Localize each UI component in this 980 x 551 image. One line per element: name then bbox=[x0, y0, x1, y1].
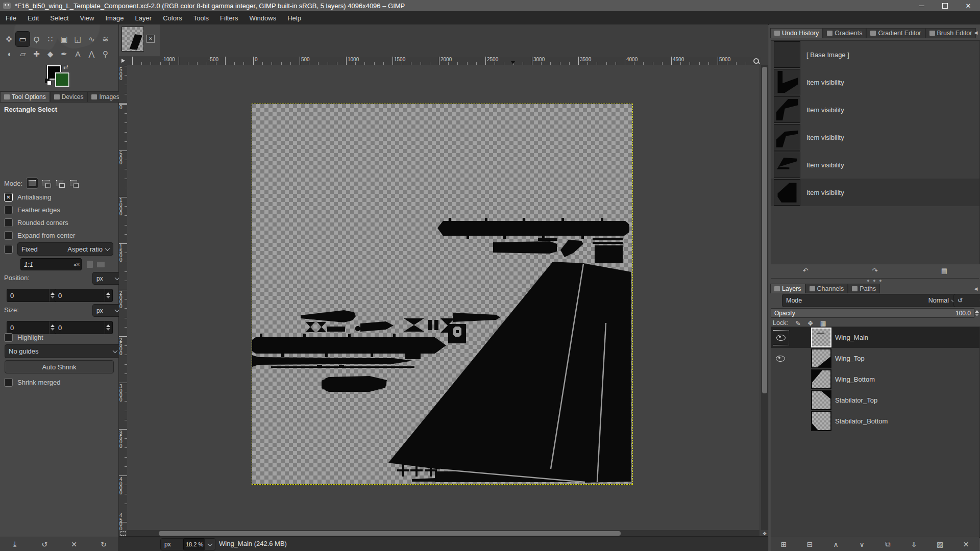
delete-tool-preset-button[interactable]: ✕ bbox=[66, 539, 82, 550]
menu-item[interactable]: Colors bbox=[157, 11, 188, 24]
menu-item[interactable]: File bbox=[0, 11, 22, 24]
transform-tool[interactable]: ◱ bbox=[71, 32, 85, 46]
mode-intersect-button[interactable] bbox=[68, 178, 79, 188]
layer-row[interactable]: Wing_Main bbox=[771, 327, 979, 348]
new-layer-group-button[interactable]: ⊟ bbox=[802, 539, 818, 550]
undo-history-row[interactable]: Item visibility bbox=[771, 68, 979, 96]
menu-item[interactable]: Image bbox=[100, 11, 129, 24]
zoom-follow-window-button[interactable] bbox=[752, 57, 761, 65]
visibility-toggle[interactable] bbox=[773, 352, 788, 366]
vertical-ruler[interactable]: 500050010001500200025003000350040004500 bbox=[119, 65, 128, 530]
layer-row[interactable]: Wing_Bottom bbox=[771, 369, 979, 390]
vertical-scrollbar[interactable] bbox=[761, 65, 768, 530]
undo-history-row[interactable]: Item visibility bbox=[771, 123, 979, 151]
free-select-tool[interactable]: Ϙ bbox=[30, 32, 43, 46]
undo-history-row[interactable]: [ Base Image ] bbox=[771, 41, 979, 68]
lower-layer-button[interactable]: ∨ bbox=[854, 539, 870, 550]
redo-button[interactable]: ↷ bbox=[867, 265, 883, 277]
merge-down-button[interactable]: ⇩ bbox=[906, 539, 922, 550]
horizontal-ruler[interactable]: -1000-5000500100015002000250030003500400… bbox=[127, 57, 759, 65]
rounded-corners-checkbox[interactable] bbox=[4, 218, 13, 227]
clear-history-button[interactable]: ▤ bbox=[937, 265, 952, 277]
delete-layer-button[interactable]: ✕ bbox=[959, 539, 974, 550]
tab-layers[interactable]: Layers bbox=[770, 284, 805, 293]
expand-from-center-checkbox[interactable] bbox=[4, 231, 13, 240]
reset-colors-icon[interactable] bbox=[45, 79, 50, 83]
feather-edges-checkbox[interactable] bbox=[4, 206, 13, 214]
vertical-scrollbar-thumb[interactable] bbox=[762, 67, 767, 393]
layers-dock-menu-button[interactable]: ◀ bbox=[973, 286, 979, 292]
fixed-checkbox[interactable] bbox=[4, 245, 13, 254]
warp-tool[interactable]: ≋ bbox=[99, 32, 112, 46]
visibility-toggle[interactable] bbox=[773, 393, 788, 408]
eraser-tool[interactable]: ▱ bbox=[16, 46, 30, 61]
close-image-icon[interactable]: ✕ bbox=[146, 35, 155, 43]
swap-colors-icon[interactable]: ⇄ bbox=[63, 63, 68, 70]
visibility-toggle[interactable] bbox=[773, 414, 788, 429]
gradient-tool[interactable]: ◖ bbox=[2, 46, 16, 61]
lock-pixels-icon[interactable]: ✎ bbox=[795, 319, 800, 327]
horizontal-scrollbar-thumb[interactable] bbox=[159, 531, 621, 536]
fixed-aspect-combo[interactable]: Fixed Aspect ratio bbox=[17, 242, 113, 256]
select-by-color-tool[interactable]: ∷ bbox=[43, 32, 57, 46]
background-color-swatch[interactable] bbox=[55, 72, 69, 87]
opacity-spinner[interactable] bbox=[974, 308, 980, 318]
zoom-level-input[interactable]: 18.2 % bbox=[183, 538, 207, 550]
raise-layer-button[interactable]: ∧ bbox=[828, 539, 844, 550]
undo-history-row[interactable]: Item visibility bbox=[771, 96, 979, 123]
undo-history-row[interactable]: Item visibility bbox=[771, 151, 979, 179]
landscape-orientation-icon[interactable] bbox=[97, 262, 105, 267]
size-unit-combo[interactable]: px bbox=[92, 304, 123, 317]
auto-shrink-button[interactable]: Auto Shrink bbox=[5, 360, 114, 373]
minimize-button[interactable] bbox=[910, 0, 933, 11]
menu-item[interactable]: Select bbox=[44, 11, 74, 24]
new-layer-button[interactable]: ⊞ bbox=[776, 539, 792, 550]
menu-item[interactable]: Layer bbox=[130, 11, 158, 24]
position-y-input[interactable]: 0 bbox=[55, 289, 113, 302]
tab-gradients[interactable]: Gradients bbox=[823, 28, 866, 38]
tab-gradient-editor[interactable]: Gradient Editor bbox=[866, 28, 925, 38]
shrink-merged-checkbox[interactable] bbox=[4, 378, 13, 387]
add-mask-button[interactable]: ▨ bbox=[933, 539, 948, 550]
menu-item[interactable]: Edit bbox=[22, 11, 44, 24]
layer-mode-combo[interactable]: Mode Normal bbox=[782, 294, 960, 307]
save-tool-preset-button[interactable]: ⤓ bbox=[7, 539, 22, 550]
rectangle-select-tool[interactable]: ▭ bbox=[16, 32, 30, 46]
undo-button[interactable]: ↶ bbox=[798, 265, 813, 277]
restore-button[interactable] bbox=[933, 0, 957, 11]
clear-aspect-icon[interactable]: ◂✕ bbox=[74, 262, 80, 267]
smudge-tool[interactable]: ◆ bbox=[43, 46, 57, 61]
paths-tool[interactable]: ∿ bbox=[85, 32, 99, 46]
image-tab[interactable]: ✕ bbox=[119, 24, 160, 56]
menu-item[interactable]: Filters bbox=[214, 11, 243, 24]
menu-item[interactable]: Help bbox=[282, 11, 307, 24]
tab-devices[interactable]: Devices bbox=[50, 91, 88, 102]
undo-history-row[interactable]: Item visibility bbox=[771, 179, 979, 206]
position-unit-combo[interactable]: px bbox=[92, 272, 123, 285]
ink-tool[interactable]: ✒ bbox=[57, 46, 71, 61]
visibility-toggle[interactable] bbox=[773, 330, 789, 345]
close-button[interactable]: ✕ bbox=[957, 0, 980, 11]
menu-item[interactable]: Tools bbox=[188, 11, 214, 24]
opacity-slider[interactable]: Opacity 100.0 bbox=[771, 308, 974, 318]
layer-row[interactable]: Wing_Top bbox=[771, 348, 979, 369]
crop-tool[interactable]: ▣ bbox=[57, 32, 71, 46]
tab-tool-options[interactable]: Tool Options bbox=[0, 91, 50, 102]
highlight-checkbox[interactable] bbox=[4, 333, 13, 342]
tab-images[interactable]: Images bbox=[87, 91, 123, 102]
position-x-input[interactable]: 0 bbox=[7, 289, 57, 302]
layer-row[interactable]: Stabilator_Bottom bbox=[771, 411, 979, 432]
canvas-image[interactable] bbox=[252, 104, 632, 484]
mode-replace-button[interactable] bbox=[27, 178, 38, 188]
tab-paths[interactable]: Paths bbox=[848, 284, 880, 293]
dock-menu-button[interactable]: ◀ bbox=[973, 30, 979, 36]
menu-item[interactable]: Windows bbox=[243, 11, 282, 24]
text-tool[interactable]: A bbox=[71, 46, 85, 61]
tab-brush-editor[interactable]: Brush Editor bbox=[925, 28, 976, 38]
tab-undo-history[interactable]: Undo History bbox=[770, 28, 823, 38]
mode-add-button[interactable] bbox=[40, 178, 52, 188]
ruler-corner-button[interactable] bbox=[119, 57, 128, 65]
measure-tool[interactable]: ⋀ bbox=[85, 46, 99, 61]
portrait-orientation-icon[interactable] bbox=[87, 261, 93, 268]
aspect-ratio-input[interactable]: 1:1 ◂✕ bbox=[20, 258, 82, 270]
